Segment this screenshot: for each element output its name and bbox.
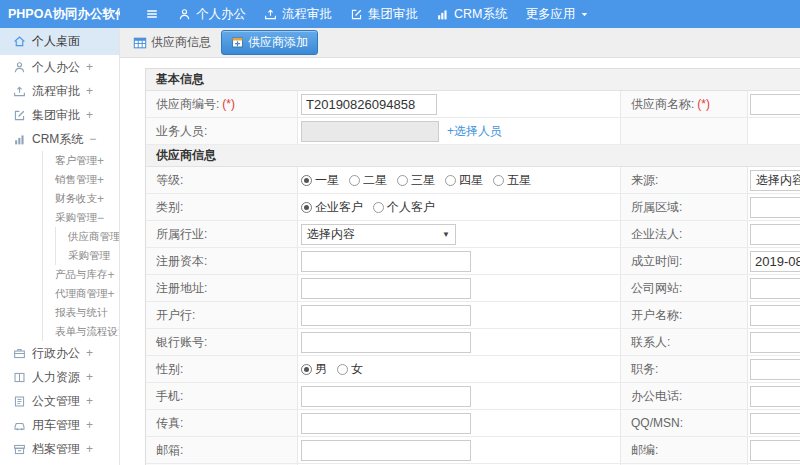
zip-input[interactable] [750, 440, 800, 461]
email-input[interactable] [301, 440, 471, 461]
reg-address-input[interactable] [301, 278, 471, 299]
form-row: 注册地址:公司网站: [146, 275, 800, 302]
level-option-3[interactable]: 四星 [445, 172, 483, 189]
sidebar-item-label: 档案管理 [32, 441, 80, 458]
sidebar-item-admin-office[interactable]: 行政办公+ [0, 341, 119, 365]
bank-input[interactable] [301, 305, 471, 326]
tab-supplier-info[interactable]: 供应商信息 [133, 34, 211, 51]
sidebar-item-finance-mgmt[interactable]: 财务收支+ [43, 189, 119, 208]
label-text: 业务人员: [156, 123, 207, 140]
expand-icon[interactable]: + [97, 174, 104, 186]
field-label-office-phone: 办公电话: [621, 383, 748, 409]
field-label-level: 等级: [146, 167, 298, 193]
radio-label: 二星 [363, 172, 387, 189]
legal-person-input[interactable] [750, 224, 800, 245]
sidebar-item-document-mgmt[interactable]: 公文管理+ [0, 389, 119, 413]
level-option-0[interactable]: 一星 [301, 172, 339, 189]
form-row: 类别:企业客户个人客户所属区域: [146, 194, 800, 221]
sidebar-item-crm-system[interactable]: CRM系统− [0, 127, 119, 151]
collapse-icon[interactable]: − [97, 212, 104, 224]
gender-option-1[interactable]: 女 [337, 361, 363, 378]
sidebar-item-purchasing[interactable]: 采购管理 [56, 246, 119, 265]
industry-select[interactable]: 选择内容▼ [301, 224, 456, 245]
reg-capital-input[interactable] [301, 251, 471, 272]
sidebar-item-reports-stats[interactable]: 报表与统计 [43, 303, 119, 322]
sidebar: 个人桌面个人办公+流程审批+集团审批+CRM系统−客户管理+销售管理+财务收支+… [0, 28, 120, 465]
form-row: 等级:一星二星三星四星五星来源:选择内容▼ [146, 167, 800, 194]
archive-icon [13, 443, 26, 456]
sidebar-item-agent-mgmt[interactable]: 代理商管理+ [43, 284, 119, 303]
level-option-1[interactable]: 二星 [349, 172, 387, 189]
sidebar-item-supplier-mgmt[interactable]: 供应商管理 [56, 227, 119, 246]
source-select[interactable]: 选择内容▼ [750, 170, 800, 191]
collapse-icon[interactable]: − [89, 133, 96, 145]
top-menu-personal-office[interactable]: 个人办公 [169, 0, 255, 28]
level-option-4[interactable]: 五星 [493, 172, 531, 189]
business-person-picker-link[interactable]: +选择人员 [447, 123, 502, 140]
bank-account-input[interactable] [301, 332, 471, 353]
expand-icon[interactable]: + [86, 85, 93, 97]
category-option-0[interactable]: 企业客户 [301, 199, 363, 216]
sidebar-item-workflow-approval[interactable]: 流程审批+ [0, 79, 119, 103]
sidebar-item-vehicle-mgmt[interactable]: 用车管理+ [0, 413, 119, 437]
supplier-name-input[interactable] [750, 94, 800, 115]
field-label-mobile: 手机: [146, 383, 298, 409]
expand-icon[interactable]: + [86, 371, 93, 383]
expand-icon[interactable]: + [108, 288, 115, 300]
category-option-1[interactable]: 个人客户 [373, 199, 435, 216]
label-text: 成立时间: [631, 253, 682, 270]
level-option-2[interactable]: 三星 [397, 172, 435, 189]
field-cell-gender: 男女 [298, 356, 621, 382]
form-add-icon [231, 36, 244, 49]
top-menu-workflow-approval[interactable]: 流程审批 [255, 0, 341, 28]
book-icon [13, 371, 26, 384]
sidebar-item-group-approval[interactable]: 集团审批+ [0, 103, 119, 127]
gender-option-0[interactable]: 男 [301, 361, 327, 378]
qq-msn-input[interactable] [750, 413, 800, 434]
sidebar-item-form-flow-settings[interactable]: 表单与流程设置+ [43, 322, 119, 341]
sidebar-item-sales-mgmt[interactable]: 销售管理+ [43, 170, 119, 189]
expand-icon[interactable]: + [97, 193, 104, 205]
sidebar-item-archive-mgmt[interactable]: 档案管理+ [0, 437, 119, 461]
top-menu-crm-system[interactable]: CRM系统 [427, 0, 516, 28]
content-area: 基本信息供应商编号:(*)供应商名称:(*)业务人员:+选择人员供应商信息等级:… [120, 58, 800, 465]
region-input[interactable] [750, 197, 800, 218]
radio-label: 四星 [459, 172, 483, 189]
fax-input[interactable] [301, 413, 471, 434]
tab-label: 供应商信息 [151, 34, 211, 51]
sidebar-item-purchase-mgmt[interactable]: 采购管理− [43, 208, 119, 227]
website-input[interactable] [750, 278, 800, 299]
expand-icon[interactable]: + [86, 109, 93, 121]
car-icon [13, 419, 26, 432]
empty-control-cell [748, 118, 800, 144]
section-title: 基本信息 [146, 69, 800, 91]
office-phone-input[interactable] [750, 386, 800, 407]
expand-icon[interactable]: + [86, 443, 93, 455]
hamburger-menu-icon[interactable] [145, 7, 159, 21]
founded-date-input[interactable] [750, 251, 800, 272]
mobile-input[interactable] [301, 386, 471, 407]
label-text: 邮编: [631, 442, 658, 459]
sidebar-item-human-resources[interactable]: 人力资源+ [0, 365, 119, 389]
tab-label: 供应商添加 [248, 34, 308, 51]
sidebar-item-customer-mgmt[interactable]: 客户管理+ [43, 151, 119, 170]
expand-icon[interactable]: + [86, 419, 93, 431]
sidebar-item-product-inventory[interactable]: 产品与库存+ [43, 265, 119, 284]
expand-icon[interactable]: + [97, 155, 104, 167]
top-menu-group-approval[interactable]: 集团审批 [341, 0, 427, 28]
expand-icon[interactable]: + [86, 347, 93, 359]
expand-icon[interactable]: + [86, 395, 93, 407]
contact-input[interactable] [750, 332, 800, 353]
sidebar-item-personal-desktop[interactable]: 个人桌面 [0, 28, 119, 55]
sidebar-item-personal-office[interactable]: 个人办公+ [0, 55, 119, 79]
field-cell-qq-msn [748, 410, 800, 436]
top-menu-more-apps[interactable]: 更多应用 [516, 0, 598, 28]
supplier-no-input[interactable] [301, 94, 437, 115]
account-name-input[interactable] [750, 305, 800, 326]
tab-supplier-add[interactable]: 供应商添加 [221, 30, 318, 55]
field-label-fax: 传真: [146, 410, 298, 436]
position-input[interactable] [750, 359, 800, 380]
field-label-bank-account: 银行账号: [146, 329, 298, 355]
expand-icon[interactable]: + [86, 61, 93, 73]
expand-icon[interactable]: + [108, 269, 115, 281]
